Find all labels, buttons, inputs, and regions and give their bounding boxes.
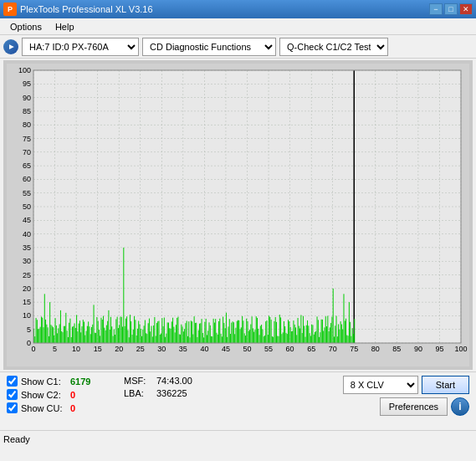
close-button[interactable]: ✕ [459, 3, 473, 15]
chart-inner [7, 64, 469, 366]
right-controls: 1 X CLV2 X CLV4 X CLV8 X CLV16 X CLVMax … [343, 376, 469, 416]
info-button[interactable]: i [451, 397, 469, 416]
checkboxes-column: Show C1: 6179 Show C2: 0 Show CU: 0 [7, 376, 107, 413]
cu-row: Show CU: 0 [7, 402, 107, 413]
c1-checkbox[interactable] [7, 376, 18, 387]
msf-label: MSF: [124, 376, 153, 386]
c2-value: 0 [70, 390, 75, 400]
c2-checkbox[interactable] [7, 389, 18, 400]
c1-row: Show C1: 6179 [7, 376, 107, 387]
test-select[interactable]: Q-Check C1/C2 Test [279, 38, 388, 56]
drive-select[interactable]: HA:7 ID:0 PX-760A [22, 38, 139, 56]
menu-help[interactable]: Help [49, 20, 81, 33]
toolbar: ▶ HA:7 ID:0 PX-760A CD Diagnostic Functi… [0, 35, 476, 59]
title-bar-left: P PlexTools Professional XL V3.16 [3, 3, 153, 16]
function-select[interactable]: CD Diagnostic Functions [142, 38, 276, 56]
lba-row: LBA: 336225 [124, 388, 207, 398]
status-text: Ready [3, 434, 30, 444]
lba-value: 336225 [156, 388, 187, 398]
speed-select[interactable]: 1 X CLV2 X CLV4 X CLV8 X CLV16 X CLVMax … [343, 376, 418, 394]
status-bar: Ready [0, 430, 476, 447]
menu-bar: Options Help [0, 18, 476, 35]
lba-label: LBA: [124, 388, 153, 398]
window-controls: − □ ✕ [429, 3, 473, 15]
msf-column: MSF: 74:43.00 LBA: 336225 [107, 376, 207, 398]
window-title: PlexTools Professional XL V3.16 [20, 4, 153, 14]
app-icon: P [3, 3, 17, 16]
msf-value: 74:43.00 [156, 376, 192, 386]
c1-label: Show C1: [21, 376, 67, 387]
menu-options[interactable]: Options [3, 20, 49, 33]
c2-row: Show C2: 0 [7, 389, 107, 400]
msf-row: MSF: 74:43.00 [124, 376, 207, 386]
c1-value: 6179 [70, 376, 90, 387]
preferences-button[interactable]: Preferences [380, 397, 448, 416]
maximize-button[interactable]: □ [444, 3, 458, 15]
cu-checkbox[interactable] [7, 402, 18, 413]
speed-row: 1 X CLV2 X CLV4 X CLV8 X CLV16 X CLVMax … [343, 376, 469, 394]
cu-value: 0 [70, 403, 75, 413]
preferences-row: Preferences i [380, 397, 469, 416]
drive-icon: ▶ [3, 39, 18, 54]
chart-canvas [7, 64, 469, 366]
c2-label: Show C2: [21, 390, 67, 400]
minimize-button[interactable]: − [429, 3, 443, 15]
chart-container [3, 60, 473, 370]
info-bar: Show C1: 6179 Show C2: 0 Show CU: 0 MSF:… [0, 371, 476, 430]
start-button[interactable]: Start [422, 376, 469, 394]
title-bar: P PlexTools Professional XL V3.16 − □ ✕ [0, 0, 476, 18]
cu-label: Show CU: [21, 403, 67, 413]
